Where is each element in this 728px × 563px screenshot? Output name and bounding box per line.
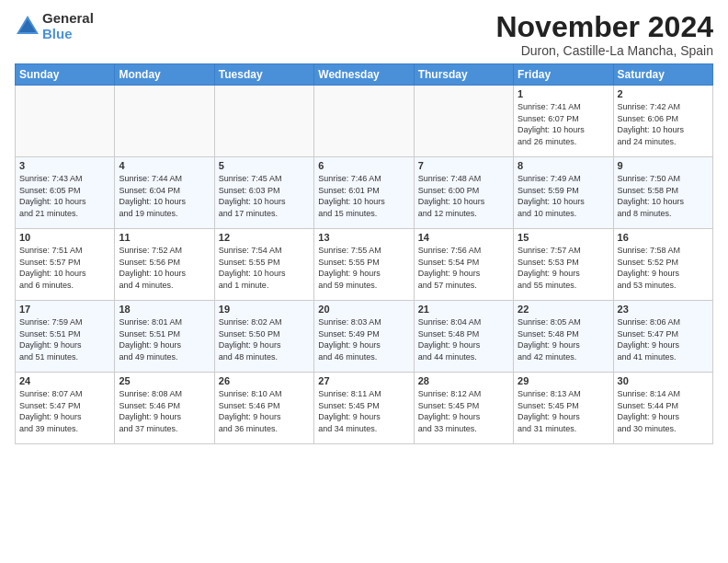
calendar-day-cell <box>414 86 513 157</box>
day-info: Sunrise: 8:03 AM Sunset: 5:49 PM Dayligh… <box>318 316 409 362</box>
calendar-day-cell: 9Sunrise: 7:50 AM Sunset: 5:58 PM Daylig… <box>613 157 712 229</box>
weekday-header: Sunday <box>16 64 115 86</box>
day-number: 3 <box>19 160 110 171</box>
day-number: 9 <box>618 160 709 171</box>
calendar-day-cell: 18Sunrise: 8:01 AM Sunset: 5:51 PM Dayli… <box>115 301 214 373</box>
calendar-day-cell: 29Sunrise: 8:13 AM Sunset: 5:45 PM Dayli… <box>514 373 613 444</box>
calendar-week-row: 3Sunrise: 7:43 AM Sunset: 6:05 PM Daylig… <box>16 157 713 229</box>
day-number: 28 <box>418 375 509 386</box>
weekday-header: Monday <box>115 64 214 86</box>
day-info: Sunrise: 7:42 AM Sunset: 6:06 PM Dayligh… <box>618 101 709 147</box>
day-number: 26 <box>219 375 310 386</box>
calendar-day-cell: 21Sunrise: 8:04 AM Sunset: 5:48 PM Dayli… <box>414 301 513 373</box>
day-info: Sunrise: 7:57 AM Sunset: 5:53 PM Dayligh… <box>518 245 609 291</box>
calendar-day-cell: 11Sunrise: 7:52 AM Sunset: 5:56 PM Dayli… <box>115 229 214 301</box>
calendar-day-cell <box>214 86 313 157</box>
day-info: Sunrise: 8:06 AM Sunset: 5:47 PM Dayligh… <box>618 316 709 362</box>
day-number: 17 <box>19 304 110 315</box>
day-number: 19 <box>219 304 310 315</box>
day-info: Sunrise: 8:10 AM Sunset: 5:46 PM Dayligh… <box>219 388 310 434</box>
day-info: Sunrise: 7:44 AM Sunset: 6:04 PM Dayligh… <box>119 173 210 219</box>
day-number: 18 <box>119 304 210 315</box>
day-number: 23 <box>618 304 709 315</box>
day-info: Sunrise: 8:14 AM Sunset: 5:44 PM Dayligh… <box>618 388 709 434</box>
day-info: Sunrise: 7:58 AM Sunset: 5:52 PM Dayligh… <box>618 245 709 291</box>
day-number: 15 <box>518 232 609 243</box>
calendar-day-cell: 10Sunrise: 7:51 AM Sunset: 5:57 PM Dayli… <box>16 229 115 301</box>
logo-general: General <box>42 10 94 26</box>
header: General Blue November 2024 Duron, Castil… <box>15 11 713 58</box>
calendar-day-cell: 19Sunrise: 8:02 AM Sunset: 5:50 PM Dayli… <box>214 301 313 373</box>
day-number: 21 <box>418 304 509 315</box>
calendar-day-cell <box>115 86 214 157</box>
day-number: 4 <box>119 160 210 171</box>
calendar-week-row: 24Sunrise: 8:07 AM Sunset: 5:47 PM Dayli… <box>16 373 713 444</box>
calendar-day-cell: 5Sunrise: 7:45 AM Sunset: 6:03 PM Daylig… <box>214 157 313 229</box>
day-info: Sunrise: 7:51 AM Sunset: 5:57 PM Dayligh… <box>19 245 110 291</box>
weekday-header: Thursday <box>414 64 513 86</box>
day-info: Sunrise: 8:01 AM Sunset: 5:51 PM Dayligh… <box>119 316 210 362</box>
calendar-day-cell: 14Sunrise: 7:56 AM Sunset: 5:54 PM Dayli… <box>414 229 513 301</box>
weekday-header: Wednesday <box>314 64 414 86</box>
calendar-day-cell: 7Sunrise: 7:48 AM Sunset: 6:00 PM Daylig… <box>414 157 513 229</box>
day-number: 22 <box>518 304 609 315</box>
month-title: November 2024 <box>495 11 713 43</box>
day-info: Sunrise: 8:05 AM Sunset: 5:48 PM Dayligh… <box>518 316 609 362</box>
day-number: 14 <box>418 232 509 243</box>
day-info: Sunrise: 7:50 AM Sunset: 5:58 PM Dayligh… <box>618 173 709 219</box>
day-info: Sunrise: 7:46 AM Sunset: 6:01 PM Dayligh… <box>318 173 409 219</box>
day-info: Sunrise: 7:43 AM Sunset: 6:05 PM Dayligh… <box>19 173 110 219</box>
calendar-day-cell: 2Sunrise: 7:42 AM Sunset: 6:06 PM Daylig… <box>613 86 712 157</box>
day-number: 8 <box>518 160 609 171</box>
title-block: November 2024 Duron, Castille-La Mancha,… <box>495 11 713 58</box>
calendar-day-cell <box>16 86 115 157</box>
day-number: 25 <box>119 375 210 386</box>
day-number: 12 <box>219 232 310 243</box>
weekday-header: Tuesday <box>214 64 313 86</box>
day-number: 11 <box>119 232 210 243</box>
day-number: 6 <box>318 160 409 171</box>
calendar-day-cell: 3Sunrise: 7:43 AM Sunset: 6:05 PM Daylig… <box>16 157 115 229</box>
day-number: 10 <box>19 232 110 243</box>
calendar-week-row: 10Sunrise: 7:51 AM Sunset: 5:57 PM Dayli… <box>16 229 713 301</box>
day-info: Sunrise: 7:45 AM Sunset: 6:03 PM Dayligh… <box>219 173 310 219</box>
logo: General Blue <box>15 11 94 41</box>
day-info: Sunrise: 8:13 AM Sunset: 5:45 PM Dayligh… <box>518 388 609 434</box>
calendar-table: SundayMondayTuesdayWednesdayThursdayFrid… <box>15 63 713 444</box>
calendar-day-cell: 30Sunrise: 8:14 AM Sunset: 5:44 PM Dayli… <box>613 373 712 444</box>
day-info: Sunrise: 8:08 AM Sunset: 5:46 PM Dayligh… <box>119 388 210 434</box>
logo-text: General Blue <box>42 11 94 41</box>
calendar-day-cell <box>314 86 414 157</box>
calendar-day-cell: 28Sunrise: 8:12 AM Sunset: 5:45 PM Dayli… <box>414 373 513 444</box>
calendar-day-cell: 25Sunrise: 8:08 AM Sunset: 5:46 PM Dayli… <box>115 373 214 444</box>
day-info: Sunrise: 8:12 AM Sunset: 5:45 PM Dayligh… <box>418 388 509 434</box>
calendar-day-cell: 13Sunrise: 7:55 AM Sunset: 5:55 PM Dayli… <box>314 229 414 301</box>
day-info: Sunrise: 7:48 AM Sunset: 6:00 PM Dayligh… <box>418 173 509 219</box>
day-info: Sunrise: 7:56 AM Sunset: 5:54 PM Dayligh… <box>418 245 509 291</box>
day-info: Sunrise: 8:02 AM Sunset: 5:50 PM Dayligh… <box>219 316 310 362</box>
day-number: 24 <box>19 375 110 386</box>
day-number: 30 <box>618 375 709 386</box>
day-number: 29 <box>518 375 609 386</box>
logo-blue: Blue <box>42 26 73 41</box>
day-number: 2 <box>618 88 709 99</box>
calendar-day-cell: 4Sunrise: 7:44 AM Sunset: 6:04 PM Daylig… <box>115 157 214 229</box>
location-subtitle: Duron, Castille-La Mancha, Spain <box>495 43 713 58</box>
calendar-header-row: SundayMondayTuesdayWednesdayThursdayFrid… <box>16 64 713 86</box>
calendar-day-cell: 16Sunrise: 7:58 AM Sunset: 5:52 PM Dayli… <box>613 229 712 301</box>
calendar-day-cell: 17Sunrise: 7:59 AM Sunset: 5:51 PM Dayli… <box>16 301 115 373</box>
calendar-week-row: 17Sunrise: 7:59 AM Sunset: 5:51 PM Dayli… <box>16 301 713 373</box>
day-number: 13 <box>318 232 409 243</box>
calendar-week-row: 1Sunrise: 7:41 AM Sunset: 6:07 PM Daylig… <box>16 86 713 157</box>
day-number: 5 <box>219 160 310 171</box>
calendar-day-cell: 15Sunrise: 7:57 AM Sunset: 5:53 PM Dayli… <box>514 229 613 301</box>
day-info: Sunrise: 8:04 AM Sunset: 5:48 PM Dayligh… <box>418 316 509 362</box>
logo-icon <box>15 14 40 40</box>
calendar-day-cell: 27Sunrise: 8:11 AM Sunset: 5:45 PM Dayli… <box>314 373 414 444</box>
day-number: 27 <box>318 375 409 386</box>
day-info: Sunrise: 8:07 AM Sunset: 5:47 PM Dayligh… <box>19 388 110 434</box>
day-number: 20 <box>318 304 409 315</box>
calendar-day-cell: 20Sunrise: 8:03 AM Sunset: 5:49 PM Dayli… <box>314 301 414 373</box>
weekday-header: Saturday <box>613 64 712 86</box>
day-info: Sunrise: 7:41 AM Sunset: 6:07 PM Dayligh… <box>518 101 609 147</box>
